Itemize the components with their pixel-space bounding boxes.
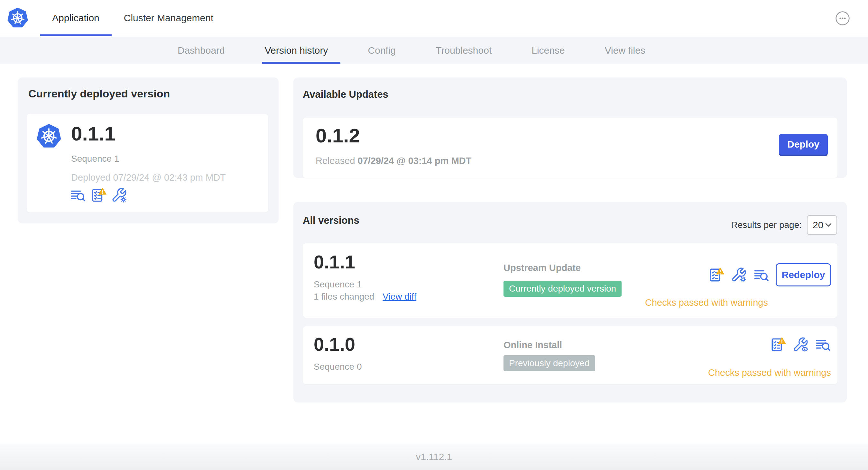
chevron-down-icon <box>825 223 832 227</box>
app-footer: v1.112.1 <box>0 444 868 470</box>
deployed-version-number: 0.1.1 <box>71 122 116 145</box>
kubernetes-logo-icon <box>7 6 28 30</box>
row-sequence: Sequence 1 <box>314 279 362 290</box>
row-sequence: Sequence 0 <box>314 362 362 372</box>
version-row-0-1-1: 0.1.1 Sequence 1 1 files changed View di… <box>303 243 837 318</box>
edit-config-icon[interactable] <box>731 267 747 283</box>
tab-version-history[interactable]: Version history <box>245 37 348 64</box>
release-notes-icon[interactable] <box>70 187 86 203</box>
ellipsis-circle-icon <box>835 11 850 26</box>
edit-config-icon[interactable] <box>111 187 127 203</box>
deployed-sequence: Sequence 1 <box>71 154 119 164</box>
update-released-timestamp: Released 07/29/24 @ 03:14 pm MDT <box>316 156 471 166</box>
checks-status-text[interactable]: Checks passed with warnings <box>645 297 768 308</box>
release-notes-icon[interactable] <box>753 267 769 283</box>
release-notes-icon[interactable] <box>815 337 831 352</box>
more-menu-button[interactable] <box>835 11 850 26</box>
all-versions-title: All versions <box>303 215 359 226</box>
update-version-number: 0.1.2 <box>316 124 360 147</box>
row-version-number: 0.1.1 <box>314 251 355 273</box>
row-files-changed: 1 files changed View diff <box>314 292 416 302</box>
preflight-checks-warning-icon[interactable] <box>770 337 786 352</box>
preflight-checks-warning-icon[interactable] <box>708 267 724 283</box>
header-tabs: Application Cluster Management <box>40 0 225 36</box>
deployed-timestamp: Deployed 07/29/24 @ 02:43 pm MDT <box>71 172 226 183</box>
checks-status-text[interactable]: Checks passed with warnings <box>708 367 831 378</box>
tab-license[interactable]: License <box>512 37 585 64</box>
tab-application[interactable]: Application <box>40 0 112 36</box>
version-row-0-1-0: 0.1.0 Sequence 0 Online Install Previous… <box>303 326 837 384</box>
available-updates-card: Available Updates 0.1.2 Released 07/29/2… <box>293 77 847 178</box>
deploy-button[interactable]: Deploy <box>779 134 828 156</box>
results-per-page-select[interactable]: 20 <box>807 215 837 235</box>
deployed-version-actions <box>70 187 127 203</box>
redeploy-button[interactable]: Redeploy <box>776 263 831 287</box>
status-badge: Previously deployed <box>503 355 595 371</box>
results-per-page-control: Results per page: 20 <box>731 215 837 235</box>
row-actions: Redeploy <box>708 263 831 287</box>
currently-deployed-version-card: 0.1.1 Sequence 1 Deployed 07/29/24 @ 02:… <box>27 114 268 212</box>
tab-troubleshoot[interactable]: Troubleshoot <box>416 37 512 64</box>
currently-deployed-title: Currently deployed version <box>28 88 170 100</box>
available-updates-title: Available Updates <box>303 89 388 100</box>
app-subnav: Dashboard Version history Config Trouble… <box>0 37 868 64</box>
kubernetes-app-icon <box>36 123 61 150</box>
app-header: Application Cluster Management <box>0 0 868 36</box>
tab-config[interactable]: Config <box>348 37 416 64</box>
view-config-icon[interactable] <box>793 337 808 352</box>
available-update-row: 0.1.2 Released 07/29/24 @ 03:14 pm MDT D… <box>303 118 837 178</box>
view-diff-link[interactable]: View diff <box>382 292 416 302</box>
tab-view-files[interactable]: View files <box>585 37 665 64</box>
row-source: Online Install <box>503 340 562 350</box>
tab-cluster-management[interactable]: Cluster Management <box>112 0 225 36</box>
row-version-number: 0.1.0 <box>314 333 355 355</box>
status-badge: Currently deployed version <box>503 281 622 297</box>
all-versions-card: All versions Results per page: 20 0.1.1 … <box>293 202 847 402</box>
tab-dashboard[interactable]: Dashboard <box>158 37 245 64</box>
row-actions <box>770 337 831 352</box>
console-version: v1.112.1 <box>416 451 452 462</box>
preflight-checks-warning-icon[interactable] <box>90 187 106 203</box>
currently-deployed-card: Currently deployed version 0.1.1 Sequenc… <box>18 77 279 224</box>
row-source: Upstream Update <box>503 263 581 273</box>
results-per-page-label: Results per page: <box>731 220 802 230</box>
